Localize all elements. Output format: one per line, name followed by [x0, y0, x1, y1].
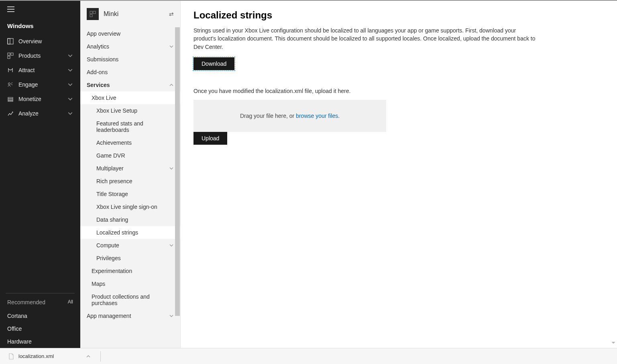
chevron-up-icon[interactable] — [86, 354, 91, 359]
secondary-item-localized-strings[interactable]: Localized strings — [80, 226, 180, 239]
svg-rect-2 — [8, 53, 10, 55]
secondary-item-title-storage[interactable]: Title Storage — [80, 188, 180, 200]
recommended-item-office[interactable]: Office — [0, 322, 80, 335]
svg-rect-8 — [8, 101, 13, 101]
sidebar-item-label: Monetize — [18, 96, 67, 102]
secondary-item-experimentation[interactable]: Experimentation — [80, 265, 180, 277]
svg-rect-4 — [8, 56, 10, 59]
secondary-item-data-sharing[interactable]: Data sharing — [80, 213, 180, 226]
sidebar-item-attract[interactable]: Attract — [0, 63, 80, 77]
secondary-item-achievements[interactable]: Achievements — [80, 136, 180, 149]
app-icon — [87, 8, 99, 20]
dropzone-text: Drag your file here, or browse your file… — [240, 113, 340, 119]
overview-icon — [7, 38, 16, 44]
upload-hint: Once you have modified the localization.… — [193, 88, 604, 94]
page-title: Localized strings — [193, 10, 604, 21]
secondary-item-submissions[interactable]: Submissions — [80, 53, 180, 66]
secondary-item-rich-presence[interactable]: Rich presence — [80, 175, 180, 188]
secondary-item-product-collections[interactable]: Product collections and purchases — [80, 290, 180, 309]
recommended-all-link[interactable]: All — [68, 299, 73, 305]
downloaded-filename: localization.xml — [18, 353, 54, 359]
page-description: Strings used in your Xbox Live configura… — [193, 26, 539, 51]
chevron-down-icon — [67, 67, 73, 73]
svg-rect-1 — [8, 38, 10, 44]
hamburger-menu[interactable] — [0, 1, 80, 19]
sidebar-item-overview[interactable]: Overview — [0, 34, 80, 49]
engage-icon — [7, 81, 16, 88]
sidebar-heading: Windows — [0, 19, 80, 34]
products-icon — [7, 53, 16, 59]
secondary-item-analytics[interactable]: Analytics — [80, 40, 180, 53]
secondary-item-addons[interactable]: Add-ons — [80, 66, 180, 79]
sidebar-item-engage[interactable]: Engage — [0, 77, 80, 92]
secondary-item-app-overview[interactable]: App overview — [80, 27, 180, 40]
chevron-down-icon — [67, 53, 73, 59]
secondary-item-maps[interactable]: Maps — [80, 277, 180, 290]
sidebar-item-label: Overview — [18, 38, 73, 44]
download-bar: localization.xml — [0, 348, 617, 364]
chevron-down-icon — [169, 44, 174, 49]
sidebar-item-products[interactable]: Products — [0, 49, 80, 63]
recommended-item-cortana[interactable]: Cortana — [0, 309, 80, 322]
file-dropzone[interactable]: Drag your file here, or browse your file… — [193, 100, 386, 132]
monetize-icon — [7, 96, 16, 102]
chevron-down-icon — [169, 313, 174, 318]
chevron-down-icon — [169, 243, 174, 248]
chevron-down-icon — [67, 111, 73, 116]
download-button[interactable]: Download — [193, 57, 234, 70]
chevron-down-icon — [67, 96, 73, 102]
sidebar-item-monetize[interactable]: Monetize — [0, 92, 80, 106]
downloaded-file[interactable]: localization.xml — [8, 353, 91, 360]
sidebar-item-label: Attract — [18, 67, 67, 73]
hamburger-icon — [7, 6, 14, 12]
svg-rect-0 — [8, 38, 13, 44]
chevron-down-icon — [67, 82, 73, 87]
secondary-item-featured-stats[interactable]: Featured stats and leaderboards — [80, 117, 180, 136]
chevron-up-icon — [169, 83, 174, 87]
recommended-item-hardware[interactable]: Hardware — [0, 335, 80, 348]
svg-point-5 — [8, 83, 10, 85]
svg-rect-9 — [90, 11, 92, 14]
app-name: Minki — [104, 10, 169, 18]
analyze-icon — [7, 110, 16, 117]
svg-rect-7 — [8, 99, 13, 100]
secondary-item-game-dvr[interactable]: Game DVR — [80, 149, 180, 162]
secondary-item-xbox-live-setup[interactable]: Xbox Live Setup — [80, 104, 180, 117]
scroll-down-arrow-icon[interactable] — [611, 340, 616, 346]
secondary-item-multiplayer[interactable]: Multiplayer — [80, 162, 180, 175]
file-icon — [8, 353, 14, 360]
secondary-item-services[interactable]: Services — [80, 79, 180, 91]
svg-rect-10 — [93, 11, 96, 14]
secondary-item-privileges[interactable]: Privileges — [80, 252, 180, 265]
svg-rect-3 — [11, 53, 13, 55]
secondary-sidebar: Minki ⇄ App overview Analytics Submissio… — [80, 1, 181, 348]
attract-icon — [7, 67, 16, 73]
divider — [100, 351, 101, 362]
upload-button[interactable]: Upload — [193, 132, 227, 145]
pin-toggle[interactable]: ⇄ — [169, 11, 174, 17]
browse-files-link[interactable]: browse your files — [296, 113, 338, 119]
secondary-scrollbar[interactable] — [175, 27, 180, 348]
sidebar-item-label: Products — [18, 53, 67, 59]
primary-sidebar: Windows Overview Products Attract Engage… — [0, 1, 80, 348]
secondary-item-xbox-live[interactable]: Xbox Live — [80, 91, 180, 104]
svg-rect-6 — [8, 97, 13, 99]
sidebar-item-label: Engage — [18, 81, 67, 88]
secondary-item-single-signon[interactable]: Xbox Live single sign-on — [80, 200, 180, 213]
chevron-down-icon — [169, 166, 174, 171]
sidebar-item-label: Analyze — [18, 110, 67, 117]
secondary-item-app-management[interactable]: App management — [80, 309, 180, 322]
main-content: Localized strings Strings used in your X… — [181, 1, 617, 348]
sidebar-item-analyze[interactable]: Analyze — [0, 106, 80, 121]
recommended-heading: Recommended — [7, 299, 45, 305]
svg-rect-11 — [90, 14, 92, 17]
secondary-item-compute[interactable]: Compute — [80, 239, 180, 252]
